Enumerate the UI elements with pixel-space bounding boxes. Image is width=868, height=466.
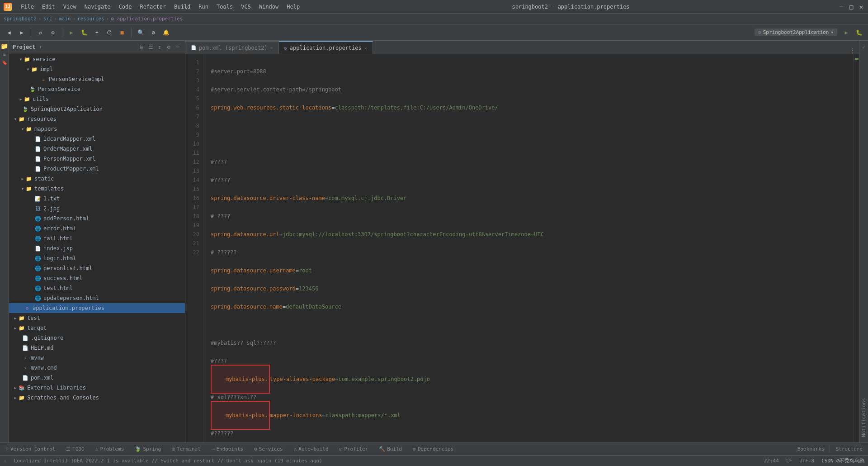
tree-mappers[interactable]: ▼ 📁 mappers [9, 124, 185, 134]
tree-personlist[interactable]: 🌐 personlist.html [9, 263, 185, 273]
tree-login[interactable]: 🌐 login.html [9, 253, 185, 263]
tab-pom-xml[interactable]: 📄 pom.xml (springboot2) ✕ [185, 41, 279, 54]
tree-person-service-impl[interactable]: ☕ PersonServiceImpl [9, 74, 185, 84]
coverage-button[interactable]: ☂ [91, 27, 102, 38]
tree-utils[interactable]: ▶ 📁 utils [9, 94, 185, 104]
project-icon[interactable]: 📁 [1, 43, 8, 50]
tree-person-service[interactable]: 🍃 PersonService [9, 84, 185, 94]
terminal-button[interactable]: ⊞ Terminal [170, 445, 203, 453]
debug-button[interactable]: 🐛 [79, 27, 90, 38]
services-button[interactable]: ⚙ Services [252, 445, 285, 453]
version-control-button[interactable]: ⑂ Version Control [4, 445, 57, 453]
menu-build[interactable]: Build [170, 3, 194, 11]
tree-1txt[interactable]: 📝 1.txt [9, 194, 185, 204]
tree-person-mapper[interactable]: 📄 PersonMapper.xml [9, 154, 185, 164]
tree-gitignore[interactable]: 📄 .gitignore [9, 333, 185, 343]
menu-vcs[interactable]: VCS [237, 3, 255, 11]
menu-tools[interactable]: Tools [213, 3, 236, 11]
menu-window[interactable]: Window [255, 3, 282, 11]
profiler-button[interactable]: ◎ Profiler [338, 445, 370, 453]
todo-button[interactable]: ☰ TODO [64, 445, 86, 453]
spring-button[interactable]: 🍃 Spring [133, 445, 163, 453]
tree-application-properties[interactable]: ⚙ application.properties [9, 303, 185, 313]
tree-fail[interactable]: 🌐 fail.html [9, 233, 185, 243]
forward-button[interactable]: ▶ [16, 27, 27, 38]
notifications-label[interactable]: Notifications [860, 395, 868, 441]
breadcrumb-main[interactable]: main [59, 16, 71, 22]
tree-idcard-mapper[interactable]: 📄 IdcardMapper.xml [9, 134, 185, 144]
breadcrumb-src[interactable]: src [43, 16, 52, 22]
tree-mvnw[interactable]: ⚡ mvnw [9, 353, 185, 363]
tree-index-jsp[interactable]: 📄 index.jsp [9, 243, 185, 253]
tree-templates[interactable]: ▼ 📁 templates [9, 184, 185, 194]
menu-refactor[interactable]: Refactor [136, 3, 170, 11]
back-button[interactable]: ◀ [4, 27, 14, 38]
tab-application-properties[interactable]: ⚙ application.properties ✕ [279, 41, 373, 54]
stop-button[interactable]: ■ [117, 27, 127, 38]
endpoints-button[interactable]: ⟶ Endpoints [210, 445, 245, 453]
tree-test-html[interactable]: 🌐 test.html [9, 283, 185, 293]
breadcrumb-file[interactable]: ⚙ application.properties [111, 16, 183, 22]
tree-external-libs[interactable]: ▶ 📚 External Libraries [9, 383, 185, 393]
tree-help-md[interactable]: 📄 HELP.md [9, 343, 185, 353]
build-button-bottom[interactable]: 🔨 Build [377, 445, 404, 453]
auto-build-button[interactable]: △ Auto-build [292, 445, 330, 453]
tree-springboot2-app[interactable]: 🍃 Springboot2Application [9, 104, 185, 114]
maximize-button[interactable]: □ [848, 4, 854, 10]
refresh-button[interactable]: ↺ [35, 27, 46, 38]
tree-success[interactable]: 🌐 success.html [9, 273, 185, 283]
tree-product-mapper[interactable]: 📄 ProductMapper.xml [9, 164, 185, 174]
hide-button[interactable]: ─ [174, 43, 181, 51]
structure-side-button[interactable]: Structure [834, 445, 864, 453]
menu-file[interactable]: File [17, 3, 38, 11]
panel-dropdown[interactable]: ▾ [39, 44, 42, 49]
minimize-button[interactable]: ─ [838, 4, 844, 10]
menu-edit[interactable]: Edit [38, 3, 59, 11]
profile-button[interactable]: ⏱ [104, 27, 115, 38]
tree-order-mapper[interactable]: 📄 OrderMapper.xml [9, 144, 185, 154]
menu-navigate[interactable]: Navigate [81, 3, 114, 11]
collapse-all-button[interactable]: ☰ [147, 43, 154, 51]
menu-run[interactable]: Run [195, 3, 212, 11]
close-button[interactable]: ✕ [858, 4, 864, 10]
autoscroll-button[interactable]: ↕ [156, 43, 163, 51]
run-btn[interactable]: ▶ [841, 27, 852, 38]
tree-resources[interactable]: ▼ 📁 resources [9, 114, 185, 124]
breadcrumb-resources[interactable]: resources [77, 16, 104, 22]
tree-addperson[interactable]: 🌐 addPerson.html [9, 214, 185, 223]
settings-gear[interactable]: ⚙ [148, 27, 159, 38]
code-content[interactable]: #server.port=8088 #server.servlet.contex… [203, 54, 854, 442]
tab-pom-close[interactable]: ✕ [270, 45, 273, 50]
tree-2jpg[interactable]: 🖼 2.jpg [9, 204, 185, 214]
notif-check-icon[interactable]: ✓ [862, 43, 865, 52]
expand-all-button[interactable]: ⊞ [138, 43, 145, 51]
tab-prop-close[interactable]: ✕ [364, 46, 367, 51]
tree-test[interactable]: ▶ 📁 test [9, 313, 185, 323]
breadcrumb-project[interactable]: springboot2 [4, 16, 37, 22]
tree-updateperson[interactable]: 🌐 updateperson.html [9, 293, 185, 303]
run-configuration[interactable]: ⚙ Springboot2Application ▾ [755, 29, 837, 36]
search-everywhere[interactable]: 🔍 [135, 27, 146, 38]
tree-target[interactable]: ▶ 📁 target [9, 323, 185, 333]
tree-error[interactable]: 🌐 error.html [9, 223, 185, 233]
menu-view[interactable]: View [60, 3, 80, 11]
tree-impl[interactable]: ▼ 📁 impl [9, 64, 185, 74]
build-button[interactable]: ▶ [66, 27, 77, 38]
dependencies-button[interactable]: ⊕ Dependencies [411, 445, 455, 453]
menu-help[interactable]: Help [283, 3, 303, 11]
bookmarks-side-button[interactable]: Bookmarks [796, 445, 826, 453]
problems-button[interactable]: ⚠ Problems [94, 445, 126, 453]
menu-code[interactable]: Code [115, 3, 136, 11]
notifications-bell[interactable]: 🔔 [160, 27, 171, 38]
gear-button[interactable]: ⚙ [165, 43, 172, 51]
tree-pom-xml[interactable]: 📄 pom.xml [9, 373, 185, 383]
settings-button[interactable]: ⚙ [47, 27, 58, 38]
tree-mvnw-cmd[interactable]: ⚡ mvnw.cmd [9, 363, 185, 373]
tree-service[interactable]: ▼ 📁 service [9, 54, 185, 64]
debug-btn[interactable]: 🐛 [854, 27, 864, 38]
structure-icon[interactable]: ≡ [1, 51, 8, 58]
tree-scratches[interactable]: ▶ 📁 Scratches and Consoles [9, 393, 185, 403]
recent-files-button[interactable]: ⋮ [850, 48, 855, 54]
tree-static[interactable]: ▶ 📁 static [9, 174, 185, 184]
bookmarks-icon[interactable]: 🔖 [1, 59, 8, 66]
